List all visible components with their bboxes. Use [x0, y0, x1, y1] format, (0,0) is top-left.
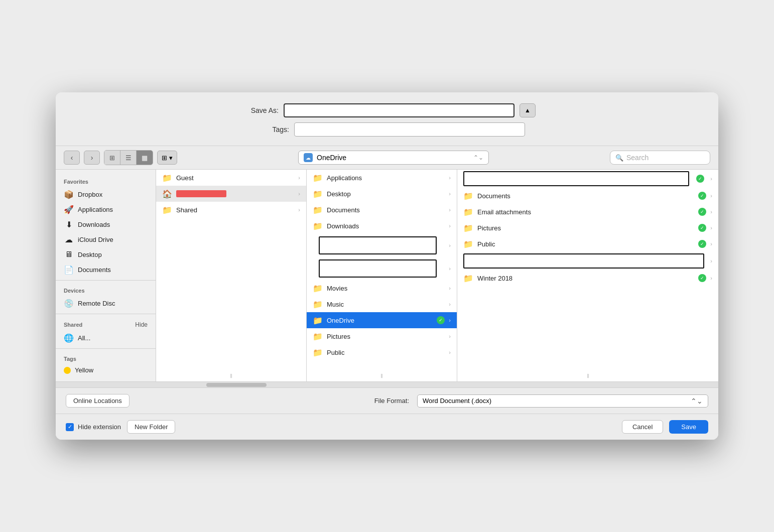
- folder-icon: 📁: [463, 239, 473, 249]
- chevron-icon: ›: [449, 207, 451, 213]
- file-item-pictures2[interactable]: 📁 Pictures ✓ ›: [457, 220, 718, 236]
- file-item-public[interactable]: 📁 Public ›: [307, 344, 457, 360]
- file-item-blocked1[interactable]: ›: [307, 234, 457, 257]
- file-item-onedrive[interactable]: 📁 OneDrive ✓ ›: [307, 312, 457, 328]
- file-name: Shared: [176, 206, 294, 214]
- desktop-icon: 🖥: [64, 249, 74, 259]
- sidebar-item-all[interactable]: 🌐 All...: [56, 330, 156, 345]
- file-item-blocked3[interactable]: ✓ ›: [457, 170, 718, 188]
- hide-extension-checkbox-label[interactable]: ✓ Hide extension: [66, 423, 121, 431]
- chevron-icon: ›: [449, 301, 451, 307]
- file-name: Downloads: [327, 222, 445, 230]
- folder-icon: 📁: [162, 205, 172, 215]
- divider-3: [56, 348, 156, 349]
- bottom-bar: Online Locations File Format: Word Docum…: [56, 387, 718, 414]
- save-button[interactable]: Save: [669, 420, 708, 434]
- redacted-name: [176, 190, 226, 197]
- list-view-button[interactable]: ☰: [120, 151, 137, 165]
- chevron-icon: ›: [449, 223, 451, 229]
- save-as-input[interactable]: [284, 103, 514, 117]
- file-item-winter2018[interactable]: 📁 Winter 2018 ✓ ›: [457, 270, 718, 286]
- new-folder-button[interactable]: New Folder: [127, 420, 175, 434]
- shared-header: Shared Hide: [56, 317, 156, 330]
- column-resizer-1[interactable]: ⦀: [228, 370, 234, 381]
- file-item-documents2[interactable]: 📁 Documents ✓ ›: [457, 188, 718, 204]
- file-item-movies[interactable]: 📁 Movies ›: [307, 280, 457, 296]
- documents-icon: 📄: [64, 264, 74, 275]
- chevron-icon: ›: [449, 349, 451, 355]
- online-locations-button[interactable]: Online Locations: [66, 394, 130, 408]
- chevron-icon: ›: [449, 333, 451, 339]
- dropbox-icon: 📦: [64, 189, 74, 199]
- file-item-blocked4[interactable]: ›: [457, 252, 718, 270]
- sidebar-item-label: iCloud Drive: [78, 236, 113, 243]
- sidebar-item-downloads[interactable]: ⬇ Downloads: [56, 217, 156, 232]
- file-item-downloads[interactable]: 📁 Downloads ›: [307, 218, 457, 234]
- file-item-shared[interactable]: 📁 Shared ›: [156, 202, 306, 218]
- tags-input[interactable]: [294, 122, 525, 137]
- main-content: Favorites 📦 Dropbox 🚀 Applications ⬇ Dow…: [56, 170, 718, 381]
- file-format-select[interactable]: Word Document (.docx) ⌃⌄: [417, 394, 708, 408]
- sidebar-item-label: Desktop: [78, 251, 102, 258]
- sidebar-item-documents[interactable]: 📄 Documents: [56, 262, 156, 277]
- file-name: Winter 2018: [477, 275, 694, 282]
- divider-2: [56, 314, 156, 314]
- location-selector[interactable]: ☁ OneDrive ⌃⌄: [298, 151, 489, 165]
- downloads-icon: ⬇: [64, 219, 74, 229]
- cancel-button[interactable]: Cancel: [622, 420, 663, 434]
- file-item-pictures[interactable]: 📁 Pictures ›: [307, 328, 457, 344]
- chevron-icon: ›: [449, 265, 451, 272]
- file-item-blocked2[interactable]: ›: [307, 257, 457, 280]
- folder-icon: 📁: [313, 299, 323, 309]
- column-view-button[interactable]: ▦: [137, 151, 153, 165]
- sidebar-item-icloud[interactable]: ☁ iCloud Drive: [56, 232, 156, 247]
- chevron-icon: ›: [710, 193, 712, 199]
- file-item-music[interactable]: 📁 Music ›: [307, 296, 457, 312]
- sync-check-icon: ✓: [698, 224, 706, 232]
- file-item-home[interactable]: 🏠 ›: [156, 186, 306, 202]
- sidebar-item-label: Applications: [78, 206, 113, 213]
- search-placeholder: Search: [626, 154, 649, 162]
- top-form-area: Save As: ▲ Tags:: [56, 92, 718, 146]
- column-resizer-2[interactable]: ⦀: [378, 370, 385, 381]
- sidebar-item-dropbox[interactable]: 📦 Dropbox: [56, 187, 156, 202]
- forward-button[interactable]: ›: [84, 151, 100, 165]
- file-name: Music: [327, 301, 445, 308]
- sidebar-item-applications[interactable]: 🚀 Applications: [56, 202, 156, 217]
- file-name: Email attachments: [477, 208, 694, 216]
- scrollbar-thumb[interactable]: [206, 383, 267, 387]
- tags-label: Tags:: [249, 125, 289, 134]
- file-column-2: 📁 Applications › 📁 Desktop › 📁 Documents…: [307, 170, 457, 381]
- shared-label: Shared: [64, 322, 82, 328]
- file-column-3: ✓ › 📁 Documents ✓ › 📁 Email attachments …: [457, 170, 718, 381]
- arrange-button[interactable]: ⊞ ▾: [157, 151, 177, 165]
- file-item-public2[interactable]: 📁 Public ✓ ›: [457, 236, 718, 252]
- hide-extension-checkbox[interactable]: ✓: [66, 423, 74, 431]
- file-item-documents[interactable]: 📁 Documents ›: [307, 202, 457, 218]
- file-item-email-attachments[interactable]: 📁 Email attachments ✓ ›: [457, 204, 718, 220]
- sidebar-item-remote-disc[interactable]: 💿 Remote Disc: [56, 296, 156, 311]
- folder-icon: 📁: [313, 315, 323, 325]
- file-name: Pictures: [327, 333, 445, 340]
- horizontal-scrollbar[interactable]: [56, 381, 718, 387]
- file-item-applications[interactable]: 📁 Applications ›: [307, 170, 457, 186]
- file-column-1: 📁 Guest › 🏠 › 📁 Shared › ⦀: [156, 170, 307, 381]
- action-bar: ✓ Hide extension New Folder Cancel Save: [56, 414, 718, 440]
- sidebar-item-yellow-tag[interactable]: Yellow: [56, 364, 156, 376]
- file-name: Desktop: [327, 190, 445, 198]
- icon-view-button[interactable]: ⊞: [104, 151, 120, 165]
- folder-icon: 📁: [313, 189, 323, 199]
- folder-icon: 📁: [162, 173, 172, 183]
- file-item-guest[interactable]: 📁 Guest ›: [156, 170, 306, 186]
- hide-button[interactable]: Hide: [135, 321, 148, 328]
- file-item-desktop[interactable]: 📁 Desktop ›: [307, 186, 457, 202]
- column-resizer-3[interactable]: ⦀: [585, 370, 591, 381]
- folder-icon: 📁: [463, 223, 473, 233]
- applications-icon: 🚀: [64, 204, 74, 214]
- expand-button[interactable]: ▲: [520, 103, 536, 117]
- file-name: Documents: [477, 192, 694, 200]
- back-button[interactable]: ‹: [64, 151, 80, 165]
- sidebar-item-desktop[interactable]: 🖥 Desktop: [56, 247, 156, 262]
- chevron-icon: ›: [298, 175, 300, 181]
- search-box[interactable]: 🔍 Search: [610, 151, 710, 165]
